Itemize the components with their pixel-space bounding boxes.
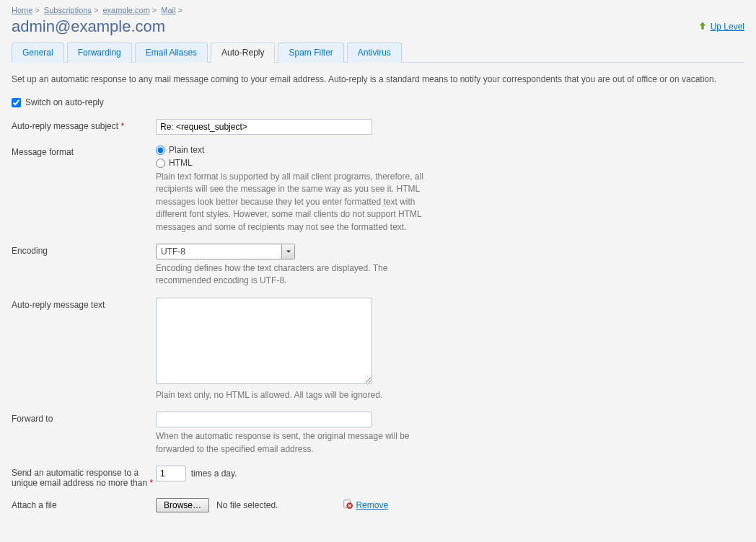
subject-label: Auto-reply message subject * <box>12 119 156 131</box>
tab-general[interactable]: General <box>12 43 64 63</box>
limit-label: Send an automatic response to a unique e… <box>12 466 156 488</box>
format-plain-label: Plain text <box>169 145 204 155</box>
tab-forwarding[interactable]: Forwarding <box>67 43 132 63</box>
format-label: Message format <box>12 145 156 157</box>
breadcrumb-domain[interactable]: example.com <box>102 6 149 14</box>
tabs: General Forwarding Email Aliases Auto-Re… <box>12 42 744 63</box>
page-title: admin@example.com <box>12 17 165 36</box>
subject-input[interactable] <box>156 119 372 135</box>
tab-spam-filter[interactable]: Spam Filter <box>278 43 343 63</box>
tab-antivirus[interactable]: Antivirus <box>347 43 402 63</box>
intro-text: Set up an automatic response to any mail… <box>12 73 744 86</box>
forward-help: When the automatic response is sent, the… <box>156 430 437 456</box>
encoding-help: Encoding defines how the text characters… <box>156 262 437 288</box>
tab-auto-reply[interactable]: Auto-Reply <box>211 43 275 63</box>
breadcrumb-mail[interactable]: Mail <box>161 6 175 14</box>
breadcrumb-subscriptions[interactable]: Subscriptions <box>44 6 92 14</box>
file-status: No file selected. <box>216 500 278 510</box>
remove-icon <box>343 499 353 511</box>
chevron-down-icon <box>281 244 294 259</box>
breadcrumb: Home> Subscriptions> example.com> Mail> <box>12 6 744 14</box>
switch-autoreply-checkbox[interactable] <box>12 98 21 107</box>
encoding-value: UTF-8 <box>157 244 281 259</box>
up-arrow-icon <box>698 21 708 33</box>
forward-input[interactable] <box>156 412 372 427</box>
switch-autoreply-label: Switch on auto-reply <box>25 97 104 107</box>
tab-email-aliases[interactable]: Email Aliases <box>135 43 208 63</box>
remove-link[interactable]: Remove <box>343 499 388 511</box>
limit-input[interactable] <box>156 466 186 481</box>
attach-label: Attach a file <box>12 498 156 510</box>
limit-suffix: times a day. <box>191 468 237 479</box>
up-level-link[interactable]: Up Level <box>698 21 744 33</box>
message-help: Plain text only, no HTML is allowed. All… <box>156 389 437 401</box>
format-html-label: HTML <box>169 158 193 168</box>
browse-button[interactable]: Browse… <box>156 498 209 512</box>
forward-label: Forward to <box>12 412 156 424</box>
format-help: Plain text format is supported by all ma… <box>156 171 437 234</box>
message-label: Auto-reply message text <box>12 298 156 310</box>
format-html-radio[interactable] <box>156 159 165 168</box>
breadcrumb-home[interactable]: Home <box>12 6 32 14</box>
message-textarea[interactable] <box>156 298 372 384</box>
format-plain-radio[interactable] <box>156 146 165 155</box>
encoding-label: Encoding <box>12 244 156 256</box>
encoding-select[interactable]: UTF-8 <box>156 244 295 259</box>
